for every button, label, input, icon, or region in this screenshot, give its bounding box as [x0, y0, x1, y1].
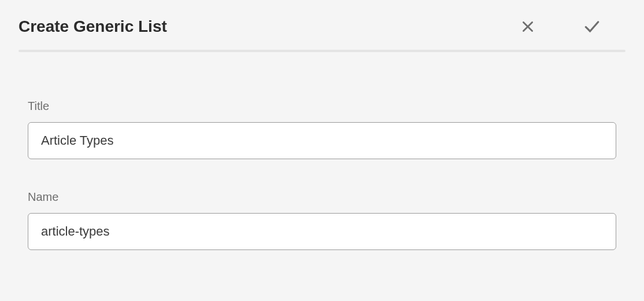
name-field: Name — [28, 190, 616, 250]
dialog-title: Create Generic List — [18, 17, 167, 36]
name-label: Name — [28, 190, 616, 204]
header-actions — [517, 14, 626, 39]
title-label: Title — [28, 100, 616, 113]
title-input[interactable] — [28, 122, 616, 159]
confirm-button[interactable] — [579, 14, 605, 39]
close-icon — [520, 19, 535, 34]
title-field: Title — [28, 100, 616, 159]
cancel-button[interactable] — [517, 16, 539, 38]
form-area: Title Name — [0, 52, 644, 250]
dialog-header: Create Generic List — [0, 0, 644, 50]
name-input[interactable] — [28, 213, 616, 250]
check-icon — [583, 17, 601, 36]
